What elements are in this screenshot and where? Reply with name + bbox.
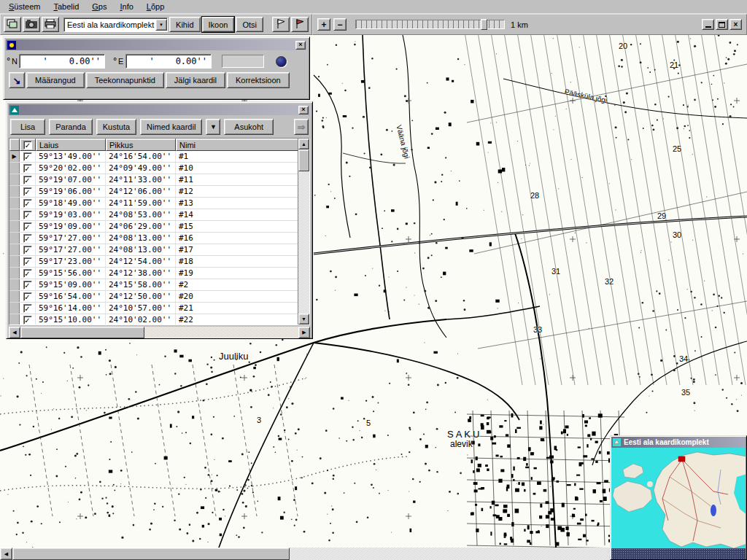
- dock-button[interactable]: ↘: [9, 72, 25, 88]
- scroll-down-button[interactable]: ▼: [298, 314, 309, 324]
- overview-window-titlebar[interactable]: Eesti ala kaardikomplekt: [611, 437, 746, 448]
- scale-slider-thumb[interactable]: [481, 19, 487, 30]
- close-button[interactable]: ×: [729, 19, 742, 30]
- gps-tab[interactable]: Teekonnapunktid: [86, 72, 164, 88]
- table-row[interactable]: ✓ 59°17'27.00'' 24°08'13.00'' #17: [9, 244, 309, 256]
- row-checkbox[interactable]: ✓: [23, 292, 32, 301]
- waypoint-vertical-scrollbar[interactable]: ▲ ▼: [298, 139, 309, 324]
- table-row[interactable]: ✓ 59°19'07.00'' 24°11'33.00'' #11: [9, 174, 309, 186]
- overview-map[interactable]: [611, 448, 746, 559]
- gps-tab[interactable]: Jälgi kaardil: [166, 72, 225, 88]
- table-row[interactable]: ✓ 59°19'03.00'' 24°08'53.00'' #14: [9, 209, 309, 221]
- column-header-laius[interactable]: Laius: [36, 139, 106, 151]
- gps-tab[interactable]: Korrektsioon: [227, 72, 290, 88]
- row-checkbox[interactable]: ✓: [23, 152, 32, 161]
- zoom-in-button[interactable]: +: [317, 18, 330, 31]
- row-checkbox[interactable]: ✓: [23, 304, 32, 313]
- column-header-pikkus[interactable]: Pikkus: [106, 139, 176, 151]
- scroll-left-button[interactable]: ◀: [9, 327, 20, 338]
- flag-start-button[interactable]: [272, 17, 290, 32]
- row-marker: [9, 244, 20, 255]
- menu-item[interactable]: Gps: [85, 1, 113, 12]
- horizontal-scroll-thumb[interactable]: [12, 548, 290, 560]
- laius-cell: 59°19'09.00'': [36, 221, 106, 232]
- table-row[interactable]: ✓ 59°20'02.00'' 24°09'49.00'' #10: [9, 163, 309, 174]
- table-row[interactable]: ✓ 59°15'10.00'' 24°10'02.00'' #22: [9, 314, 309, 324]
- row-checkbox[interactable]: ✓: [23, 164, 32, 173]
- row-checkbox[interactable]: ✓: [23, 281, 32, 289]
- table-row[interactable]: ✓ 59°15'09.00'' 24°15'58.00'' #2: [9, 279, 309, 291]
- otsi-button[interactable]: Otsi: [236, 17, 263, 32]
- nimed-kaardil-button[interactable]: Nimed kaardil: [140, 119, 202, 135]
- row-checkbox[interactable]: ✓: [23, 187, 32, 196]
- longitude-field[interactable]: ° ' 0.00'': [125, 54, 212, 69]
- kustuta-button[interactable]: Kustuta: [96, 119, 136, 135]
- gps-tab[interactable]: Määrangud: [26, 72, 85, 88]
- scale-slider[interactable]: [355, 20, 505, 29]
- table-row[interactable]: ✓ 59°18'49.00'' 24°11'59.00'' #13: [9, 198, 309, 209]
- kihid-button[interactable]: Kihid: [169, 17, 200, 32]
- scroll-left-button[interactable]: ◀: [0, 548, 12, 560]
- waypoint-window-titlebar[interactable]: ×: [9, 104, 310, 115]
- select-all-header[interactable]: ✓: [20, 139, 36, 151]
- row-checkbox[interactable]: ✓: [23, 176, 32, 184]
- chevron-down-icon[interactable]: ▼: [155, 19, 167, 31]
- waypoint-table-header: ✓ Laius Pikkus Nimi: [9, 139, 309, 151]
- table-row[interactable]: ✓ 59°17'23.00'' 24°12'54.00'' #18: [9, 256, 309, 268]
- scroll-right-button[interactable]: ▶: [298, 327, 310, 338]
- row-checkbox[interactable]: ✓: [23, 316, 32, 324]
- waypoint-horizontal-scrollbar[interactable]: ◀ ▶: [9, 327, 310, 338]
- lisa-button[interactable]: Lisa: [10, 119, 45, 135]
- row-checkbox[interactable]: ✓: [23, 269, 32, 278]
- row-checkbox[interactable]: ✓: [23, 257, 32, 266]
- menu-item[interactable]: Süsteem: [2, 1, 47, 12]
- table-row[interactable]: ✓ 59°16'54.00'' 24°12'50.00'' #20: [9, 291, 309, 303]
- nimed-dropdown-button[interactable]: ▼: [206, 119, 220, 135]
- laius-cell: 59°19'07.00'': [36, 174, 106, 185]
- layers-icon: [7, 19, 18, 31]
- table-row[interactable]: ✓ 59°17'27.00'' 24°08'13.00'' #16: [9, 233, 309, 244]
- map-layers-button[interactable]: [4, 17, 21, 32]
- row-checkbox[interactable]: ✓: [23, 222, 32, 231]
- menu-item[interactable]: Info: [113, 1, 139, 12]
- latitude-field[interactable]: ° ' 0.00'': [19, 54, 105, 69]
- transfer-button[interactable]: ⇒: [294, 119, 309, 135]
- column-header-nimi[interactable]: Nimi: [176, 139, 309, 151]
- pikkus-cell: 24°06'29.00'': [106, 221, 176, 232]
- scroll-up-button[interactable]: ▲: [298, 139, 309, 149]
- gps-window-titlebar[interactable]: ×: [6, 39, 307, 50]
- row-checkbox[interactable]: ✓: [23, 234, 32, 243]
- table-row[interactable]: ✓ 59°19'06.00'' 24°12'06.00'' #12: [9, 186, 309, 198]
- row-checkbox-cell: ✓: [20, 268, 36, 279]
- row-checkbox[interactable]: ✓: [23, 211, 32, 219]
- flag-end-button[interactable]: [291, 17, 309, 32]
- print-button[interactable]: [42, 17, 59, 32]
- map-label: Pääsküla jõgi: [564, 88, 608, 104]
- row-checkbox[interactable]: ✓: [23, 246, 32, 254]
- vertical-scroll-thumb[interactable]: [298, 149, 309, 171]
- row-checkbox[interactable]: ✓: [23, 199, 32, 208]
- snapshot-button[interactable]: [23, 17, 40, 32]
- menu-item[interactable]: Tabelid: [47, 1, 85, 12]
- ikoon-button[interactable]: Ikoon: [202, 17, 235, 32]
- overview-window-title: Eesti ala kaardikomplekt: [624, 438, 709, 446]
- horizontal-scroll-thumb[interactable]: [20, 327, 144, 338]
- minimize-button[interactable]: [702, 19, 714, 30]
- paranda-button[interactable]: Paranda: [49, 119, 93, 135]
- waypoint-close-button[interactable]: ×: [298, 106, 309, 114]
- row-marker: [9, 221, 20, 232]
- map-set-combobox[interactable]: Eesti ala kaardikomplekt ▼: [63, 18, 168, 32]
- select-all-checkbox[interactable]: ✓: [23, 141, 32, 149]
- asukoht-button[interactable]: Asukoht: [224, 119, 274, 135]
- nimi-cell: #20: [176, 291, 309, 302]
- laius-cell: 59°17'27.00'': [36, 233, 106, 244]
- gps-record-button[interactable]: [276, 56, 287, 67]
- table-row[interactable]: ✓ 59°15'56.00'' 24°12'38.00'' #19: [9, 268, 309, 279]
- zoom-out-button[interactable]: −: [333, 18, 347, 31]
- maximize-button[interactable]: [716, 19, 728, 30]
- table-row[interactable]: ▶ ✓ 59°13'49.00'' 24°16'54.00'' #1: [9, 151, 309, 163]
- table-row[interactable]: ✓ 59°19'09.00'' 24°06'29.00'' #15: [9, 221, 309, 233]
- table-row[interactable]: ✓ 59°16'14.00'' 24°10'57.00'' #21: [9, 303, 309, 314]
- gps-close-button[interactable]: ×: [295, 41, 306, 50]
- menu-item[interactable]: Lõpp: [140, 1, 171, 12]
